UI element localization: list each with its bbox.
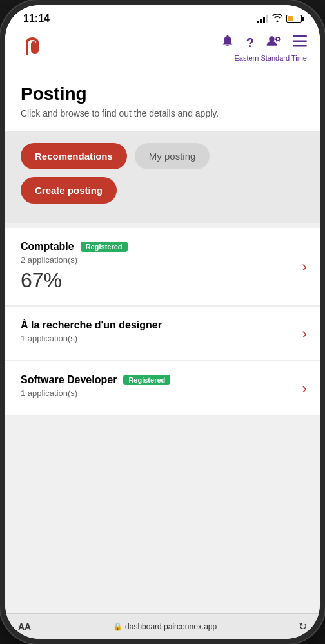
reload-button[interactable]: ↻ bbox=[299, 620, 307, 632]
chevron-right-icon-1: › bbox=[302, 258, 307, 276]
registered-badge-1: Registered bbox=[81, 242, 128, 252]
page-header: Posting Click and browse to find out the… bbox=[5, 68, 320, 131]
posting-header-3: Software Developer Registered bbox=[21, 374, 304, 386]
create-posting-button[interactable]: Create posting bbox=[21, 177, 117, 204]
hamburger-menu-icon[interactable] bbox=[293, 34, 307, 51]
page-title: Posting bbox=[21, 84, 304, 104]
account-settings-icon[interactable] bbox=[266, 33, 281, 52]
wifi-icon bbox=[272, 14, 282, 24]
filters-row-2: Create posting bbox=[21, 177, 304, 204]
svg-rect-3 bbox=[293, 35, 307, 37]
nav-icons: ? bbox=[221, 33, 307, 62]
font-size-control[interactable]: AA bbox=[18, 621, 31, 632]
posting-title-1: Comptable bbox=[21, 241, 74, 252]
chevron-right-icon-3: › bbox=[302, 379, 307, 397]
timezone-label: Eastern Standard Time bbox=[234, 54, 307, 62]
posting-item-2[interactable]: À la recherche d'un designer 1 applicati… bbox=[5, 307, 320, 361]
chevron-right-icon-2: › bbox=[302, 325, 307, 343]
content-area: Posting Click and browse to find out the… bbox=[5, 68, 320, 613]
my-posting-button[interactable]: My posting bbox=[135, 143, 210, 169]
svg-rect-4 bbox=[293, 41, 307, 43]
posting-title-3: Software Developer bbox=[21, 374, 117, 386]
section-divider bbox=[5, 218, 320, 223]
posting-applications-1: 2 application(s) bbox=[21, 255, 304, 265]
phone-frame: 11:14 bbox=[0, 0, 325, 644]
browser-bar: AA 🔒 dashboard.pairconnex.app ↻ bbox=[5, 613, 320, 639]
posting-percentage-1: 67% bbox=[21, 269, 304, 292]
filters-row-1: Recomendations My posting bbox=[21, 143, 304, 169]
posting-header-2: À la recherche d'un designer bbox=[21, 319, 304, 331]
status-bar: 11:14 bbox=[5, 5, 320, 28]
app-logo bbox=[18, 36, 52, 59]
filters-section: Recomendations My posting Create posting bbox=[5, 131, 320, 218]
page-subtitle: Click and browse to find out the details… bbox=[21, 108, 304, 118]
posting-applications-3: 1 application(s) bbox=[21, 388, 304, 398]
posting-header-1: Comptable Registered bbox=[21, 241, 304, 252]
nav-icons-row: ? bbox=[221, 33, 307, 52]
posting-item-3[interactable]: Software Developer Registered 1 applicat… bbox=[5, 361, 320, 415]
logo-container bbox=[18, 36, 52, 59]
help-icon[interactable]: ? bbox=[246, 35, 254, 50]
signal-icon bbox=[257, 14, 268, 23]
recommendations-button[interactable]: Recomendations bbox=[21, 143, 127, 169]
url-bar[interactable]: 🔒 dashboard.pairconnex.app bbox=[113, 622, 217, 631]
nav-header: ? bbox=[5, 28, 320, 68]
postings-list: Comptable Registered 2 application(s) 67… bbox=[5, 228, 320, 415]
phone-screen: 11:14 bbox=[5, 5, 320, 639]
posting-applications-2: 1 application(s) bbox=[21, 334, 304, 343]
status-icons bbox=[257, 14, 302, 24]
svg-rect-5 bbox=[293, 45, 307, 47]
registered-badge-3: Registered bbox=[123, 375, 170, 385]
battery-icon bbox=[286, 15, 302, 23]
posting-title-2: À la recherche d'un designer bbox=[21, 319, 162, 331]
posting-item[interactable]: Comptable Registered 2 application(s) 67… bbox=[5, 228, 320, 306]
status-time: 11:14 bbox=[23, 13, 50, 24]
url-text: dashboard.pairconnex.app bbox=[125, 622, 217, 631]
svg-point-1 bbox=[269, 36, 275, 42]
bell-icon[interactable] bbox=[221, 33, 235, 52]
lock-icon: 🔒 bbox=[113, 622, 123, 631]
